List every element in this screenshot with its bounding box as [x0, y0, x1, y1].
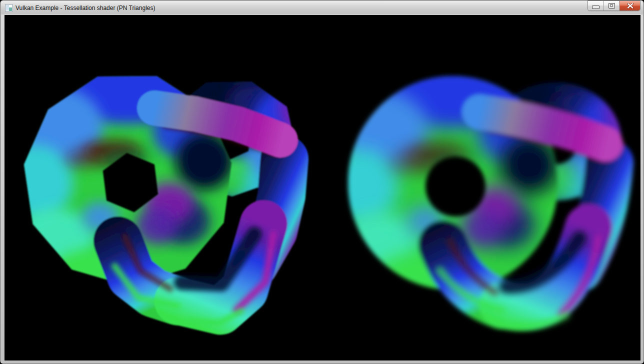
minimize-button[interactable]: [588, 1, 604, 10]
app-window: Vulkan Example - Tessellation shader (PN…: [0, 0, 644, 364]
minimize-icon: [592, 6, 600, 9]
torus-knot-flat: [4, 46, 308, 323]
vulkan-scene: [4, 15, 640, 360]
title-bar[interactable]: Vulkan Example - Tessellation shader (PN…: [1, 1, 643, 14]
close-button[interactable]: [620, 1, 640, 10]
app-icon: [5, 4, 13, 12]
window-title: Vulkan Example - Tessellation shader (PN…: [16, 4, 155, 12]
caption-button-group: [588, 1, 640, 10]
restore-icon: [608, 3, 615, 8]
torus-knot-tessellated: [323, 50, 634, 326]
render-viewport[interactable]: [4, 15, 640, 360]
restore-button[interactable]: [604, 1, 620, 10]
close-icon: [627, 3, 634, 8]
